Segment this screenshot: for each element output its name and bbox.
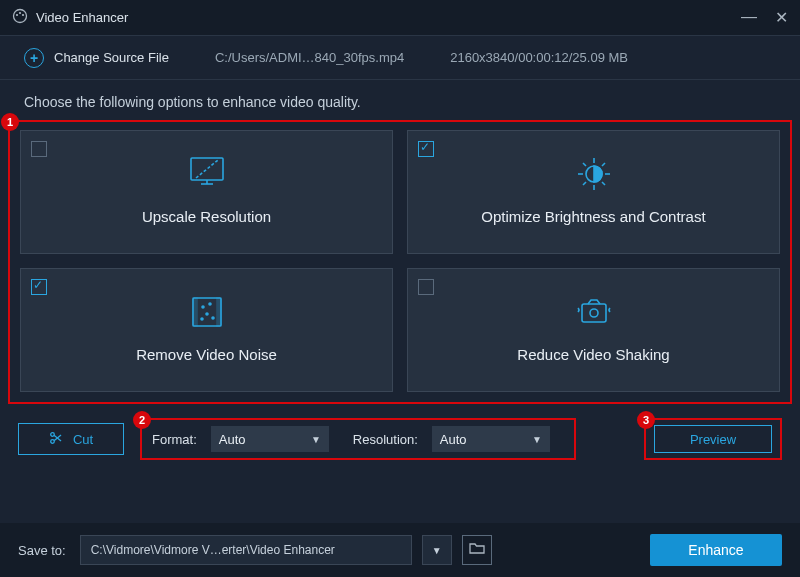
chevron-down-icon: ▼ — [311, 434, 321, 445]
source-file-path: C:/Users/ADMI…840_30fps.mp4 — [215, 50, 404, 65]
svg-point-20 — [202, 306, 204, 308]
svg-line-5 — [196, 160, 218, 178]
format-value: Auto — [219, 432, 246, 447]
checkbox-shaking[interactable] — [418, 279, 434, 295]
open-folder-button[interactable] — [462, 535, 492, 565]
close-button[interactable]: ✕ — [775, 8, 788, 27]
option-label: Upscale Resolution — [142, 208, 271, 225]
source-file-meta: 2160x3840/00:00:12/25.09 MB — [450, 50, 628, 65]
svg-point-2 — [19, 12, 21, 14]
option-label: Remove Video Noise — [136, 346, 277, 363]
resolution-select[interactable]: Auto ▼ — [432, 426, 550, 452]
footer-bar: Save to: C:\Vidmore\Vidmore V…erter\Vide… — [0, 523, 800, 577]
svg-point-24 — [201, 318, 203, 320]
instructions-text: Choose the following options to enhance … — [0, 80, 800, 118]
callout-2: 2 — [133, 411, 151, 429]
controls-row: Cut 2 Format: Auto ▼ Resolution: Auto ▼ … — [0, 418, 800, 460]
format-select[interactable]: Auto ▼ — [211, 426, 329, 452]
svg-point-0 — [14, 10, 27, 23]
brightness-icon — [572, 154, 616, 194]
svg-line-14 — [602, 182, 605, 185]
svg-point-3 — [22, 14, 24, 16]
svg-rect-18 — [193, 298, 197, 326]
cut-button[interactable]: Cut — [18, 423, 124, 455]
option-optimize-brightness[interactable]: Optimize Brightness and Contrast — [407, 130, 780, 254]
change-source-button[interactable]: + Change Source File — [24, 48, 169, 68]
source-bar: + Change Source File C:/Users/ADMI…840_3… — [0, 36, 800, 80]
svg-point-21 — [209, 303, 211, 305]
enhance-label: Enhance — [688, 542, 743, 558]
preview-zone: 3 Preview — [644, 418, 782, 460]
resolution-label: Resolution: — [353, 432, 418, 447]
option-reduce-shaking[interactable]: Reduce Video Shaking — [407, 268, 780, 392]
svg-point-23 — [212, 317, 214, 319]
checkbox-noise[interactable] — [31, 279, 47, 295]
checkbox-upscale[interactable] — [31, 141, 47, 157]
camera-shake-icon — [572, 292, 616, 332]
scissors-icon — [49, 431, 63, 448]
preview-label: Preview — [690, 432, 736, 447]
preview-button[interactable]: Preview — [654, 425, 772, 453]
resolution-value: Auto — [440, 432, 467, 447]
svg-rect-19 — [217, 298, 221, 326]
option-upscale-resolution[interactable]: Upscale Resolution — [20, 130, 393, 254]
plus-icon: + — [24, 48, 44, 68]
film-noise-icon — [185, 292, 229, 332]
save-to-label: Save to: — [18, 543, 66, 558]
monitor-icon — [185, 154, 229, 194]
app-title-area: Video Enhancer — [12, 8, 741, 27]
svg-point-22 — [206, 313, 208, 315]
enhance-button[interactable]: Enhance — [650, 534, 782, 566]
callout-3: 3 — [637, 411, 655, 429]
enhancement-options-zone: 1 Upscale Resolution Optimize Brightness… — [8, 120, 792, 404]
save-path-field[interactable]: C:\Vidmore\Vidmore V…erter\Video Enhance… — [80, 535, 412, 565]
checkbox-brightness[interactable] — [418, 141, 434, 157]
option-label: Reduce Video Shaking — [517, 346, 669, 363]
format-resolution-zone: 2 Format: Auto ▼ Resolution: Auto ▼ — [140, 418, 576, 460]
app-title: Video Enhancer — [36, 10, 128, 25]
svg-point-26 — [590, 309, 598, 317]
svg-line-16 — [602, 163, 605, 166]
folder-icon — [469, 541, 485, 559]
svg-line-13 — [583, 163, 586, 166]
window-controls: — ✕ — [741, 8, 788, 27]
callout-1: 1 — [1, 113, 19, 131]
svg-point-1 — [16, 14, 18, 16]
svg-rect-4 — [191, 158, 223, 180]
svg-rect-25 — [582, 304, 606, 322]
option-label: Optimize Brightness and Contrast — [481, 208, 705, 225]
option-remove-noise[interactable]: Remove Video Noise — [20, 268, 393, 392]
save-path-value: C:\Vidmore\Vidmore V…erter\Video Enhance… — [91, 543, 335, 557]
minimize-button[interactable]: — — [741, 8, 757, 27]
save-path-dropdown[interactable]: ▼ — [422, 535, 452, 565]
svg-line-15 — [583, 182, 586, 185]
title-bar: Video Enhancer — ✕ — [0, 0, 800, 36]
palette-icon — [12, 8, 28, 27]
format-label: Format: — [152, 432, 197, 447]
change-source-label: Change Source File — [54, 50, 169, 65]
chevron-down-icon: ▼ — [532, 434, 542, 445]
cut-label: Cut — [73, 432, 93, 447]
